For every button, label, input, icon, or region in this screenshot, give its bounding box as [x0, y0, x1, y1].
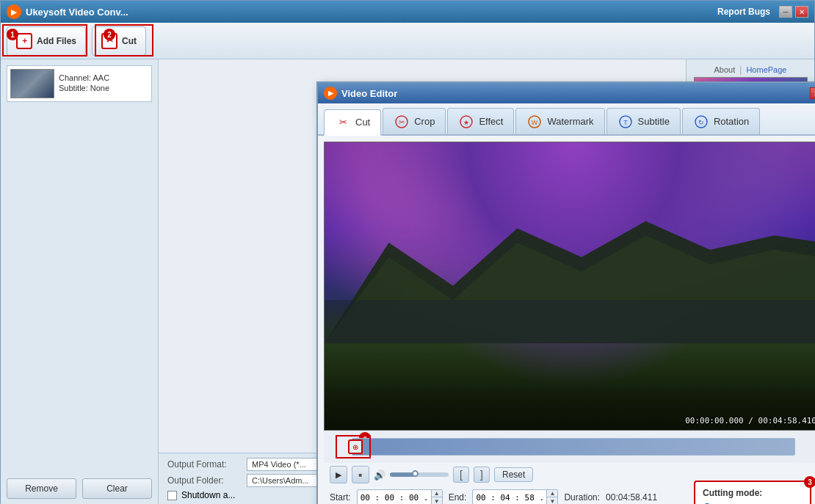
output-format-label: Output Format: — [167, 459, 241, 470]
end-time-input[interactable]: ▲ ▼ — [472, 489, 558, 504]
file-thumbnail — [10, 69, 54, 98]
svg-text:↻: ↻ — [698, 119, 704, 126]
svg-text:★: ★ — [463, 119, 469, 126]
start-time-field[interactable] — [358, 492, 431, 504]
homepage-link[interactable]: HomePage — [746, 65, 786, 74]
file-subtitle: Subtitle: None — [59, 84, 109, 92]
shutdown-checkbox[interactable] — [167, 491, 177, 500]
timeline-track[interactable]: ⊕ — [352, 438, 795, 456]
cut-start-button[interactable]: [ — [453, 467, 469, 483]
start-up[interactable]: ▲ — [432, 490, 442, 497]
window-controls: ─ ✕ — [779, 6, 808, 18]
volume-slider-controls[interactable] — [390, 472, 449, 477]
cutting-mode-title: Cutting mode: — [703, 488, 803, 498]
left-panel-buttons: Remove Clear — [7, 472, 152, 499]
rotation-tab-icon: ↻ — [693, 114, 709, 130]
watermark-tab-icon: W — [526, 114, 543, 130]
dialog-title-bar: ▶ Video Editor ✕ — [318, 83, 815, 103]
play-button[interactable]: ▶ — [330, 466, 347, 483]
cut-end-button[interactable]: ] — [474, 467, 490, 483]
drag-handle-left[interactable]: ⊕ — [348, 439, 363, 454]
vol-thumb — [412, 470, 419, 477]
timeline-area: 4 ⊕ + — [324, 431, 815, 463]
title-bar-left: ▶ Ukeysoft Video Conv... — [7, 4, 128, 19]
minimize-button[interactable]: ─ — [779, 6, 792, 18]
svg-text:✂: ✂ — [399, 118, 405, 126]
start-label: Start: — [330, 492, 351, 503]
video-preview: 00:00:00.000 / 00:04:58.410 — [324, 142, 815, 431]
start-time-input[interactable]: ▲ ▼ — [357, 489, 443, 504]
tab-crop[interactable]: ✂ Crop — [383, 108, 446, 134]
crop-tab-icon: ✂ — [394, 114, 410, 130]
file-channel: Channel: AAC — [59, 73, 109, 82]
end-up[interactable]: ▲ — [547, 490, 557, 497]
end-label: End: — [449, 492, 467, 503]
file-info: Channel: AAC Subtitle: None — [59, 73, 109, 94]
tab-rotation-label: Rotation — [714, 116, 749, 127]
step-badge-1: 1 — [7, 29, 18, 40]
start-spinners: ▲ ▼ — [431, 490, 442, 504]
duration-label: Duration: — [564, 492, 600, 503]
cut-button[interactable]: ✂ Cut — [92, 26, 146, 56]
report-bugs-link[interactable]: Report Bugs — [717, 7, 770, 17]
step-badge-2: 2 — [104, 29, 115, 40]
main-content: Channel: AAC Subtitle: None Remove Clear… — [1, 59, 814, 504]
clear-button[interactable]: Clear — [82, 478, 152, 499]
close-button[interactable]: ✕ — [795, 6, 808, 18]
left-panel-spacer — [7, 105, 152, 472]
video-timestamp: 00:00:00.000 / 00:04:58.410 — [685, 416, 815, 426]
svg-text:T: T — [623, 119, 628, 126]
tab-effect-label: Effect — [479, 116, 503, 127]
tab-watermark-label: Watermark — [547, 116, 593, 127]
mountain-svg — [325, 200, 815, 343]
cutting-mode-box: Cutting mode: Keep selected part Remove … — [694, 481, 811, 504]
subtitle-tab-icon: T — [617, 114, 634, 130]
stop-button[interactable]: ■ — [352, 466, 369, 483]
dialog-close-button[interactable]: ✕ — [810, 87, 815, 99]
tab-subtitle[interactable]: T Subtitle — [606, 108, 681, 134]
left-panel: Channel: AAC Subtitle: None Remove Clear — [1, 59, 159, 504]
center-panel: About | HomePage 00:00:00 🔊 ↻ Start — [159, 59, 814, 504]
add-files-button[interactable]: ＋ Add Files — [7, 26, 86, 56]
app-title: Ukeysoft Video Conv... — [26, 7, 128, 18]
end-down[interactable]: ▼ — [547, 497, 557, 504]
shutdown-label: Shutdown a... — [181, 490, 235, 500]
output-folder-label: Output Folder: — [167, 475, 241, 486]
app-window: ▶ Ukeysoft Video Conv... Report Bugs ─ ✕… — [0, 0, 815, 504]
about-link[interactable]: About — [714, 65, 736, 74]
tab-effect[interactable]: ★ Effect — [447, 108, 514, 134]
effect-tab-icon: ★ — [458, 114, 474, 130]
tab-cut[interactable]: ✂ Cut — [324, 109, 381, 136]
video-editor-dialog: ▶ Video Editor ✕ ✂ Cut ✂ Crop — [316, 81, 815, 504]
start-down[interactable]: ▼ — [432, 497, 442, 504]
video-background — [325, 142, 815, 430]
timeline-fill — [352, 439, 794, 455]
dialog-tabs: ✂ Cut ✂ Crop ★ Effect — [318, 103, 815, 136]
svg-text:W: W — [532, 119, 538, 126]
tab-rotation[interactable]: ↻ Rotation — [682, 108, 760, 134]
end-spinners: ▲ ▼ — [546, 490, 557, 504]
dialog-body: 00:00:00.000 / 00:04:58.410 4 ⊕ — [318, 136, 815, 504]
end-time-field[interactable] — [473, 492, 546, 504]
file-list-item[interactable]: Channel: AAC Subtitle: None — [7, 65, 152, 102]
main-toolbar: 1 2 ＋ Add Files ✂ Cut — [1, 23, 814, 59]
dialog-title: Video Editor — [341, 88, 397, 99]
cut-label: Cut — [122, 36, 137, 46]
duration-value: 00:04:58.411 — [606, 492, 657, 503]
cut-tab-icon: ✂ — [335, 114, 351, 131]
add-files-label: Add Files — [37, 36, 76, 46]
reset-button[interactable]: Reset — [494, 467, 533, 482]
remove-button[interactable]: Remove — [7, 478, 76, 499]
svg-rect-12 — [325, 301, 815, 344]
dialog-logo: ▶ — [324, 87, 337, 100]
player-controls: ▶ ■ 🔊 [ ] Reset Cutting mode: — [324, 463, 815, 486]
step-badge-3: 3 — [804, 476, 815, 488]
add-files-icon: ＋ — [16, 33, 32, 49]
title-bar: ▶ Ukeysoft Video Conv... Report Bugs ─ ✕ — [1, 1, 814, 23]
dialog-title-left: ▶ Video Editor — [324, 87, 397, 100]
tab-watermark[interactable]: W Watermark — [515, 108, 604, 134]
app-logo: ▶ — [7, 4, 21, 19]
tab-crop-label: Crop — [414, 116, 435, 127]
tab-cut-label: Cut — [355, 117, 370, 128]
speaker-icon: 🔊 — [374, 470, 385, 481]
